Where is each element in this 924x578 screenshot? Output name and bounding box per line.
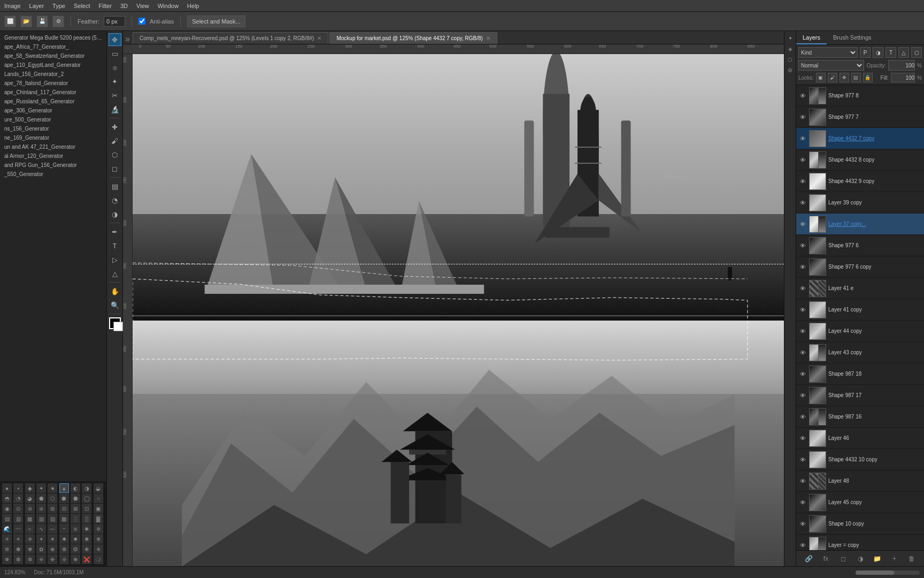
brush-thumb-23[interactable]: ⊟ (59, 504, 69, 513)
layer-eye-10[interactable]: 👁 (798, 306, 807, 314)
brush-thumb-46[interactable]: ✴ (13, 534, 23, 544)
tool-blur[interactable]: ◔ (109, 194, 121, 207)
toolbar-open-btn[interactable]: 📂 (20, 16, 32, 27)
brush-thumb-21[interactable]: ⊛ (36, 504, 46, 513)
brush-thumb-57[interactable]: ✿ (36, 544, 46, 554)
brush-thumb-43[interactable]: ✱ (82, 524, 91, 534)
select-mask-btn[interactable]: Select and Mask... (187, 16, 245, 27)
preset-item-5[interactable]: ape_78_Italsnd_Generator (0, 79, 106, 88)
layer-eye-18[interactable]: 👁 (798, 477, 807, 485)
tool-crop[interactable]: ✂ (109, 89, 121, 102)
layer-eye-1[interactable]: 👁 (798, 113, 807, 121)
brush-thumb-22[interactable]: ⊞ (48, 504, 57, 513)
brush-thumb-70[interactable]: ❌ (82, 554, 91, 564)
tool-shape[interactable]: △ (109, 267, 121, 280)
layer-item-2[interactable]: 👁Shape 4432 7 copy (796, 128, 924, 149)
preset-item-0[interactable]: Generator Mega Budle 5200 peaces (5200 s… (0, 33, 106, 42)
layer-item-1[interactable]: 👁Shape 977 7 (796, 107, 924, 128)
layer-eye-0[interactable]: 👁 (798, 92, 807, 100)
layer-eye-2[interactable]: 👁 (798, 134, 807, 143)
preset-item-14[interactable]: and RPG Gun_156_Generator (0, 161, 106, 170)
layer-item-11[interactable]: 👁Layer 44 copy (796, 321, 924, 342)
brush-thumb-27[interactable]: ▤ (2, 514, 12, 523)
brush-thumb-68[interactable]: ❊ (59, 554, 69, 564)
menu-window[interactable]: Window (158, 3, 179, 9)
brush-thumb-69[interactable]: ❋ (71, 554, 80, 564)
brush-thumb-71[interactable]: ❍ (94, 554, 103, 564)
layer-item-13[interactable]: 👁Shape 987 18 (796, 363, 924, 385)
layer-fx-btn[interactable]: fx (821, 553, 831, 564)
ai-icon-3[interactable]: ⬡ (786, 55, 795, 64)
layer-filter-adj[interactable]: ◑ (873, 47, 883, 58)
layer-eye-9[interactable]: 👁 (798, 284, 807, 293)
brush-thumb-30[interactable]: ▧ (36, 514, 46, 523)
tool-brush[interactable]: 🖌 (109, 134, 121, 147)
brush-thumb-16[interactable]: ◯ (82, 493, 91, 503)
brush-thumb-11[interactable]: ◕ (25, 493, 35, 503)
tool-type[interactable]: T (109, 239, 121, 252)
tool-stamp[interactable]: ⬡ (109, 148, 121, 161)
preset-item-10[interactable]: ns_156_Generator (0, 124, 106, 133)
layer-delete-btn[interactable]: 🗑 (906, 553, 917, 564)
ai-icon-2[interactable]: ◈ (786, 44, 795, 54)
brush-thumb-1[interactable]: ▪ (13, 483, 23, 493)
brush-thumb-65[interactable]: ❇ (25, 554, 35, 564)
opacity-input[interactable] (888, 60, 915, 71)
brush-thumb-7[interactable]: ◑ (82, 483, 91, 493)
feather-input[interactable] (104, 16, 125, 27)
layer-item-19[interactable]: 👁Layer 45 copy (796, 492, 924, 513)
brush-thumb-24[interactable]: ⊠ (71, 504, 80, 513)
layers-tab[interactable]: Layers (796, 31, 827, 44)
foreground-color[interactable] (109, 317, 121, 329)
background-color[interactable] (113, 322, 123, 331)
brush-thumb-31[interactable]: ▨ (48, 514, 57, 523)
brush-thumb-26[interactable]: ▣ (94, 504, 103, 513)
brush-thumb-50[interactable]: ✸ (59, 534, 69, 544)
tool-marquee[interactable]: ▭ (109, 47, 121, 60)
layer-eye-12[interactable]: 👁 (798, 348, 807, 357)
layer-eye-3[interactable]: 👁 (798, 156, 807, 164)
menu-image[interactable]: Image (4, 3, 21, 9)
layer-item-17[interactable]: 👁Shape 4432 10 copy (796, 449, 924, 470)
layer-item-21[interactable]: 👁Layer = copy (796, 535, 924, 550)
tab-scroll-left[interactable]: » (125, 34, 133, 44)
layer-item-10[interactable]: 👁Layer 41 copy (796, 299, 924, 321)
preset-item-4[interactable]: Lands_156_Generator_2 (0, 70, 106, 79)
brush-thumb-17[interactable]: ○ (94, 493, 103, 503)
brush-thumb-6[interactable]: ◐ (71, 483, 80, 493)
layer-eye-17[interactable]: 👁 (798, 455, 807, 464)
brush-settings-tab[interactable]: Brush Settings (827, 31, 878, 44)
layer-filter-smart[interactable]: ⬡ (911, 47, 922, 58)
preset-item-7[interactable]: ape_Russland_65_Generator (0, 97, 106, 106)
layer-item-12[interactable]: 👁Layer 43 copy (796, 342, 924, 363)
brush-thumb-64[interactable]: ❆ (13, 554, 23, 564)
tool-eraser[interactable]: ◻ (109, 162, 121, 175)
lock-artboard[interactable]: ▤ (851, 73, 861, 82)
tool-quick-select[interactable]: ✦ (109, 75, 121, 88)
brush-thumb-58[interactable]: ❀ (48, 544, 57, 554)
tool-eyedropper[interactable]: 🔬 (109, 103, 121, 116)
menu-layer[interactable]: Layer (29, 3, 44, 9)
anti-alias-checkbox[interactable] (138, 18, 145, 25)
ai-icon-1[interactable]: ✦ (786, 33, 795, 43)
layer-item-7[interactable]: 👁Shape 977 6 (796, 235, 924, 256)
menu-type[interactable]: Type (52, 3, 65, 9)
tool-dodge[interactable]: ◑ (109, 208, 121, 220)
layer-item-18[interactable]: 👁Layer 48 (796, 470, 924, 492)
layer-eye-20[interactable]: 👁 (798, 520, 807, 528)
brush-thumb-2[interactable]: ◆ (25, 483, 35, 493)
preset-item-8[interactable]: ape_306_Generator (0, 106, 106, 115)
brush-thumb-18[interactable]: ◉ (2, 504, 12, 513)
menu-help[interactable]: Help (187, 3, 199, 9)
brush-thumb-10[interactable]: ◔ (13, 493, 23, 503)
tab-mockup[interactable]: Mockup for market.psd @ 125% (Shape 4432… (329, 32, 497, 44)
ai-icon-4[interactable]: ⚙ (786, 65, 795, 75)
brush-thumb-55[interactable]: ✽ (13, 544, 23, 554)
brush-thumb-9[interactable]: ◓ (2, 493, 12, 503)
brush-thumb-63[interactable]: ❅ (2, 554, 12, 564)
layer-filter-shape[interactable]: △ (898, 47, 909, 58)
toolbar-extra-btn[interactable]: ⚙ (52, 16, 64, 27)
preset-item-15[interactable]: _550_Generator (0, 170, 106, 179)
brush-thumb-60[interactable]: ❂ (71, 544, 80, 554)
layer-link-btn[interactable]: 🔗 (804, 553, 814, 564)
